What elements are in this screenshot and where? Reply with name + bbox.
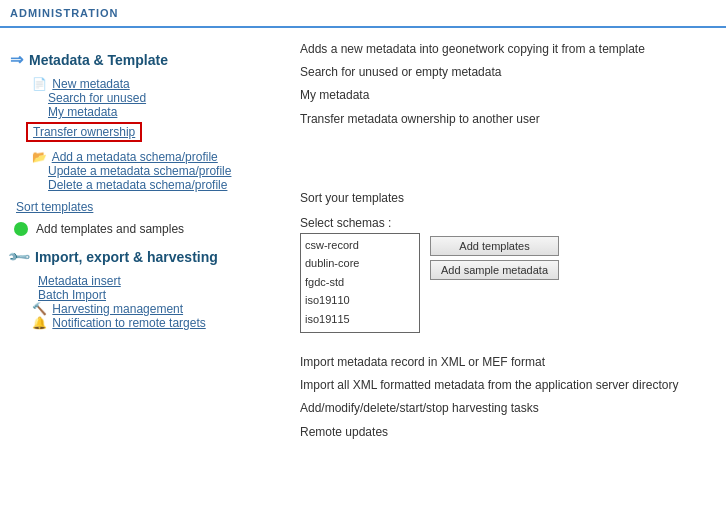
schema-option-4[interactable]: iso19115 [303, 310, 417, 329]
my-metadata-link[interactable]: My metadata [48, 105, 117, 119]
new-metadata-item: 📄 New metadata [10, 77, 280, 91]
my-metadata-desc: My metadata [300, 84, 716, 107]
add-schema-link[interactable]: Add a metadata schema/profile [52, 150, 218, 164]
harvesting-management-item: 🔨 Harvesting management [10, 302, 280, 316]
metadata-section-title: ⇒ Metadata & Template [10, 50, 280, 69]
folder-icon: 📂 [32, 150, 47, 164]
add-schema-item: 📂 Add a metadata schema/profile [10, 150, 280, 164]
sort-templates-item: Sort templates [10, 200, 280, 214]
search-unused-link[interactable]: Search for unused [48, 91, 146, 105]
schema-label: Select schemas : [300, 216, 420, 230]
schema-area: Select schemas : csw-record dublin-core … [300, 216, 716, 333]
batch-import-item: Batch Import [10, 288, 280, 302]
template-buttons: Add templates Add sample metadata [430, 236, 559, 280]
my-metadata-item: My metadata [10, 105, 280, 119]
schema-option-5[interactable]: iso19139 [303, 328, 417, 333]
update-schema-item: Update a metadata schema/profile [10, 164, 280, 178]
harvest-icon: 🔨 [32, 302, 47, 316]
transfer-ownership-desc: Transfer metadata ownership to another u… [300, 108, 716, 131]
sort-templates-desc: Sort your templates [300, 187, 716, 210]
schema-block: Select schemas : csw-record dublin-core … [300, 216, 420, 333]
metadata-template-section: ⇒ Metadata & Template 📄 New metadata Sea… [10, 50, 280, 236]
import-section-title: 🔧 Import, export & harvesting [10, 248, 280, 266]
transfer-ownership-item: Transfer ownership [10, 122, 280, 142]
admin-header: ADMINISTRATION [0, 0, 726, 28]
metadata-insert-item: Metadata insert [10, 274, 280, 288]
right-panel: Adds a new metadata into geonetwork copy… [280, 38, 716, 444]
harvesting-management-desc: Add/modify/delete/start/stop harvesting … [300, 397, 716, 420]
left-panel: ⇒ Metadata & Template 📄 New metadata Sea… [10, 38, 280, 444]
add-sample-metadata-button[interactable]: Add sample metadata [430, 260, 559, 280]
schema-gap [300, 131, 716, 185]
metadata-insert-desc: Import metadata record in XML or MEF for… [300, 351, 716, 374]
notification-remote-item: 🔔 Notification to remote targets [10, 316, 280, 330]
add-templates-area: Select schemas : csw-record dublin-core … [300, 216, 716, 333]
add-templates-item: Add templates and samples [10, 220, 280, 236]
harvesting-management-link[interactable]: Harvesting management [52, 302, 183, 316]
batch-import-desc: Import all XML formatted metadata from t… [300, 374, 716, 397]
schema-select-list[interactable]: csw-record dublin-core fgdc-std iso19110… [300, 233, 420, 333]
add-templates-label: Add templates and samples [36, 222, 184, 236]
new-metadata-desc: Adds a new metadata into geonetwork copy… [300, 38, 716, 61]
import-gap [300, 333, 716, 347]
import-section: 🔧 Import, export & harvesting Metadata i… [10, 248, 280, 330]
new-metadata-link[interactable]: New metadata [52, 77, 129, 91]
wrench-icon: 🔧 [6, 244, 32, 270]
metadata-icon: ⇒ [10, 50, 23, 69]
schema-option-1[interactable]: dublin-core [303, 254, 417, 273]
green-circle-icon [14, 222, 28, 236]
search-unused-desc: Search for unused or empty metadata [300, 61, 716, 84]
metadata-insert-link[interactable]: Metadata insert [38, 274, 121, 288]
schema-option-2[interactable]: fgdc-std [303, 273, 417, 292]
schema-items: 📂 Add a metadata schema/profile Update a… [10, 150, 280, 192]
delete-schema-item: Delete a metadata schema/profile [10, 178, 280, 192]
sort-templates-link[interactable]: Sort templates [16, 200, 93, 214]
doc-icon: 📄 [32, 77, 47, 91]
batch-import-link[interactable]: Batch Import [38, 288, 106, 302]
notification-remote-link[interactable]: Notification to remote targets [52, 316, 205, 330]
schema-option-3[interactable]: iso19110 [303, 291, 417, 310]
delete-schema-link[interactable]: Delete a metadata schema/profile [48, 178, 227, 192]
transfer-ownership-link[interactable]: Transfer ownership [26, 122, 142, 142]
notif-icon: 🔔 [32, 316, 47, 330]
import-descriptions: Import metadata record in XML or MEF for… [300, 351, 716, 444]
schema-option-0[interactable]: csw-record [303, 236, 417, 255]
admin-title: ADMINISTRATION [10, 7, 119, 19]
metadata-descriptions: Adds a new metadata into geonetwork copy… [300, 38, 716, 131]
notification-remote-desc: Remote updates [300, 421, 716, 444]
add-templates-button[interactable]: Add templates [430, 236, 559, 256]
search-unused-item: Search for unused [10, 91, 280, 105]
update-schema-link[interactable]: Update a metadata schema/profile [48, 164, 231, 178]
